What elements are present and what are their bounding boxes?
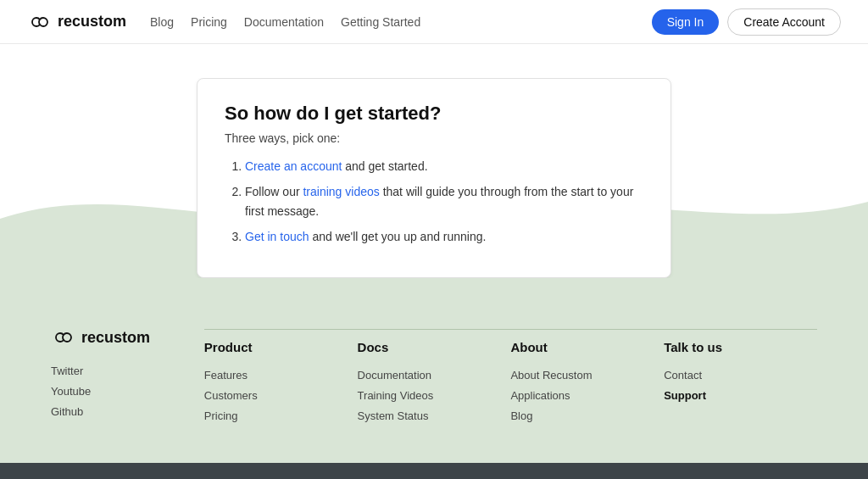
list-item: Features <box>204 368 358 382</box>
list-item: Training Videos <box>358 388 511 402</box>
footer-talk-title: Talk to us <box>664 329 817 354</box>
list-item: Get in touch and we'll get you up and ru… <box>245 227 643 246</box>
about-recustom-link[interactable]: About Recustom <box>510 369 592 382</box>
footer-col-docs: Docs Documentation Training Videos Syste… <box>358 329 511 429</box>
nav-pricing[interactable]: Pricing <box>191 15 227 29</box>
footer-docs-title: Docs <box>358 329 511 354</box>
github-link[interactable]: Github <box>51 405 83 418</box>
list-item: Follow our training videos that will gui… <box>245 182 643 220</box>
footer-logo: recustom <box>51 329 204 347</box>
training-videos-footer-link[interactable]: Training Videos <box>358 389 434 402</box>
footer-logo-text: recustom <box>81 329 150 347</box>
header-right: Sign In Create Account <box>652 8 841 36</box>
footer-col-product: Product Features Customers Pricing <box>204 329 358 429</box>
youtube-link[interactable]: Youtube <box>51 385 91 398</box>
docs-links: Documentation Training Videos System Sta… <box>358 368 511 422</box>
footer-product-title: Product <box>204 329 358 354</box>
documentation-link[interactable]: Documentation <box>358 369 431 382</box>
footer-col-brand: recustom Twitter Youtube Github <box>51 329 204 429</box>
about-links: About Recustom Applications Blog <box>510 368 664 422</box>
card-title: So how do I get started? <box>225 103 643 125</box>
create-account-link[interactable]: Create an account <box>245 159 342 173</box>
social-links: Twitter Youtube Github <box>51 364 204 418</box>
customers-link[interactable]: Customers <box>204 389 258 402</box>
footer-col-talk: Talk to us Contact Support <box>664 329 817 429</box>
list-item: Documentation <box>358 368 511 382</box>
getting-started-card: So how do I get started? Three ways, pic… <box>197 78 671 278</box>
footer-col-about: About About Recustom Applications Blog <box>510 329 664 429</box>
list-item: Twitter <box>51 364 204 377</box>
list-item: Pricing <box>204 409 358 422</box>
header: recustom Blog Pricing Documentation Gett… <box>0 0 868 44</box>
system-status-link[interactable]: System Status <box>358 409 429 422</box>
list-item: Support <box>664 388 817 402</box>
list-item: Applications <box>510 388 664 402</box>
contact-link[interactable]: Contact <box>664 369 702 382</box>
footer-top: recustom Twitter Youtube Github Product … <box>0 278 868 463</box>
twitter-link[interactable]: Twitter <box>51 365 83 377</box>
logo-text: recustom <box>58 13 126 31</box>
footer-columns: recustom Twitter Youtube Github Product … <box>51 329 817 429</box>
card-list: Create an account and get started. Follo… <box>225 157 643 247</box>
logo-icon <box>27 14 53 30</box>
create-account-button[interactable]: Create Account <box>727 8 841 36</box>
blog-footer-link[interactable]: Blog <box>510 409 532 422</box>
support-link[interactable]: Support <box>664 389 706 402</box>
footer-bottom: Privacy Security Sitemap Sign In <box>0 463 868 479</box>
wave-background: So how do I get started? Three ways, pic… <box>0 78 868 278</box>
logo[interactable]: recustom <box>27 13 126 31</box>
list-item: System Status <box>358 409 511 422</box>
list-item: Create an account and get started. <box>245 157 643 175</box>
get-in-touch-link[interactable]: Get in touch <box>245 230 309 243</box>
signin-button[interactable]: Sign In <box>652 9 720 35</box>
applications-link[interactable]: Applications <box>510 389 570 402</box>
nav-blog[interactable]: Blog <box>150 15 174 29</box>
list-item: Github <box>51 404 204 418</box>
main-nav: Blog Pricing Documentation Getting Start… <box>150 15 420 29</box>
training-videos-link[interactable]: training videos <box>303 185 379 198</box>
pricing-link[interactable]: Pricing <box>204 409 238 422</box>
list-item: About Recustom <box>510 368 664 382</box>
card-subtitle: Three ways, pick one: <box>225 131 643 145</box>
features-link[interactable]: Features <box>204 369 248 382</box>
talk-links: Contact Support <box>664 368 817 402</box>
footer: recustom Twitter Youtube Github Product … <box>0 278 868 479</box>
list-item: Blog <box>510 409 664 422</box>
nav-documentation[interactable]: Documentation <box>244 15 324 29</box>
list-item: Customers <box>204 388 358 402</box>
header-left: recustom Blog Pricing Documentation Gett… <box>27 13 420 31</box>
nav-getting-started[interactable]: Getting Started <box>341 15 420 29</box>
footer-logo-icon <box>51 330 76 345</box>
product-links: Features Customers Pricing <box>204 368 358 422</box>
footer-about-title: About <box>510 329 664 354</box>
main-area: So how do I get started? Three ways, pic… <box>0 44 868 278</box>
list-item: Contact <box>664 368 817 382</box>
list-item: Youtube <box>51 384 204 398</box>
